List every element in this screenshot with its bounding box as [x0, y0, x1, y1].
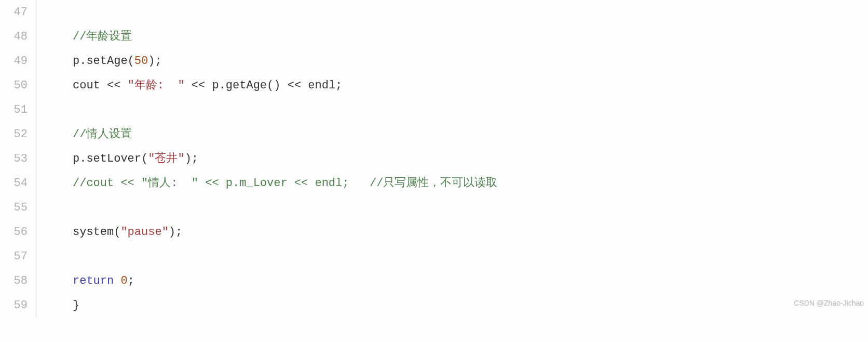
code-line[interactable]: //情人设置 — [73, 122, 868, 147]
line-number: 51 — [0, 98, 28, 122]
code-token — [114, 274, 120, 287]
line-number: 57 — [0, 244, 28, 269]
code-token: << p.getAge() << endl; — [185, 79, 343, 92]
line-number-gutter: 47484950515253545556575859 — [0, 0, 36, 318]
code-token: //情人设置 — [73, 128, 132, 141]
code-line[interactable]: return 0; — [73, 269, 868, 293]
code-line[interactable]: //年龄设置 — [73, 24, 868, 49]
watermark: CSDN @Zhao-Jichao — [794, 291, 864, 315]
code-token: //cout << "情人: " << p.m_Lover << endl; /… — [73, 177, 498, 190]
code-token: p.setAge( — [73, 55, 134, 68]
code-line[interactable]: cout << "年龄: " << p.getAge() << endl; — [73, 73, 868, 98]
line-number: 50 — [0, 73, 28, 98]
code-token: ); — [148, 55, 161, 68]
code-token: ); — [169, 226, 182, 239]
code-token: //年龄设置 — [73, 30, 132, 43]
code-line[interactable]: //cout << "情人: " << p.m_Lover << endl; /… — [73, 171, 868, 195]
code-token: "pause" — [120, 226, 168, 239]
code-line[interactable] — [73, 0, 868, 24]
code-token: ; — [128, 274, 134, 287]
code-token: ); — [185, 152, 198, 165]
line-number: 59 — [0, 293, 28, 318]
code-token: return — [73, 274, 114, 287]
line-number: 48 — [0, 24, 28, 49]
code-token: } — [73, 299, 79, 312]
code-line[interactable]: system("pause"); — [73, 220, 868, 244]
code-editor[interactable]: //年龄设置p.setAge(50);cout << "年龄: " << p.g… — [36, 0, 868, 318]
line-number: 56 — [0, 220, 28, 244]
line-number: 58 — [0, 269, 28, 293]
code-token: p.setLover( — [73, 152, 148, 165]
line-number: 47 — [0, 0, 28, 24]
code-line[interactable] — [73, 98, 868, 122]
code-token: "苍井" — [148, 152, 184, 165]
code-line[interactable]: p.setAge(50); — [73, 49, 868, 73]
code-token: "年龄: " — [128, 79, 185, 92]
line-number: 52 — [0, 122, 28, 147]
line-number: 54 — [0, 171, 28, 195]
code-line[interactable]: p.setLover("苍井"); — [73, 147, 868, 171]
code-token: 0 — [120, 274, 127, 287]
code-line[interactable]: } — [73, 293, 868, 318]
code-token: 50 — [134, 55, 148, 68]
code-line[interactable] — [73, 195, 868, 220]
code-token: cout << — [73, 79, 128, 92]
code-token: system( — [73, 226, 120, 239]
line-number: 49 — [0, 49, 28, 73]
line-number: 53 — [0, 147, 28, 171]
line-number: 55 — [0, 195, 28, 220]
code-line[interactable] — [73, 244, 868, 269]
